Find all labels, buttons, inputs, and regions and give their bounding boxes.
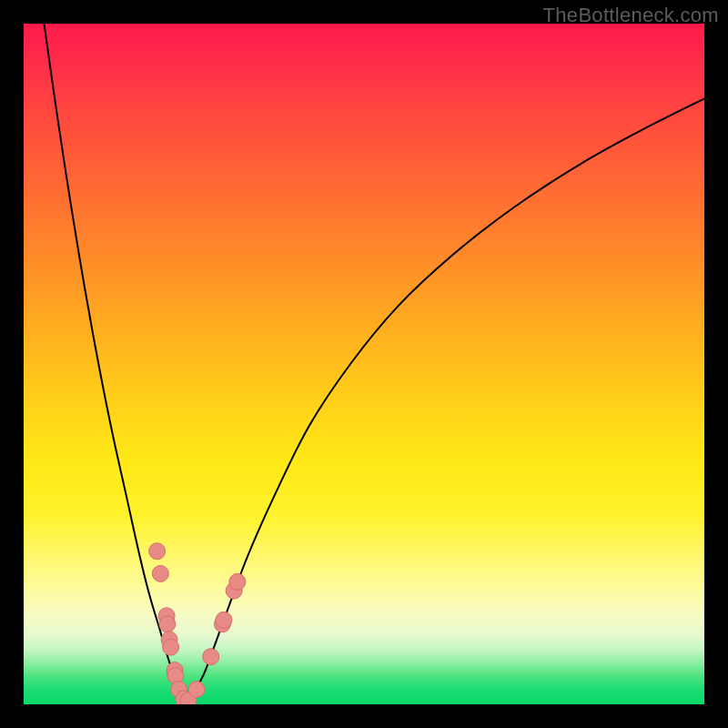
data-point-markers [149, 543, 246, 704]
watermark-text: TheBottleneck.com [543, 4, 719, 27]
data-point [229, 573, 246, 590]
data-point [152, 565, 168, 581]
chart-svg-layer [24, 24, 704, 704]
data-point [216, 612, 232, 628]
data-point [203, 649, 219, 665]
bottleneck-curve-right [186, 98, 704, 700]
data-point [188, 682, 205, 698]
bottleneck-curve-left [44, 24, 186, 701]
chart-frame: TheBottleneck.com [0, 0, 728, 728]
curve-group [44, 24, 704, 701]
data-point [163, 639, 179, 655]
plot-area [24, 24, 704, 704]
data-point [159, 616, 176, 632]
data-point [149, 543, 166, 560]
